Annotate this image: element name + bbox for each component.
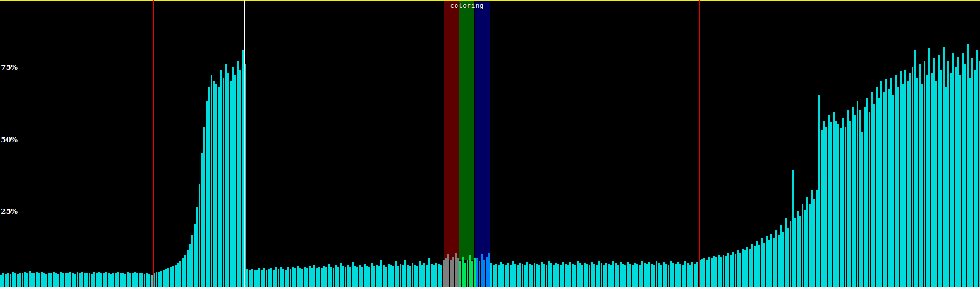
histogram-bar <box>593 264 595 287</box>
histogram-bar <box>144 274 145 287</box>
histogram-bar <box>818 95 820 287</box>
histogram-bar <box>213 81 215 287</box>
histogram-bar <box>967 44 969 287</box>
histogram-bar <box>191 235 193 287</box>
histogram-bar <box>845 127 846 287</box>
histogram-bar <box>120 273 122 287</box>
histogram-bar <box>457 258 459 287</box>
histogram-bar <box>50 273 52 287</box>
histogram-bar <box>77 272 78 287</box>
histogram-bar <box>0 275 2 287</box>
histogram-bar <box>730 255 732 287</box>
histogram-bar <box>909 73 911 287</box>
red-zone-band <box>444 1 459 260</box>
histogram-bar <box>479 261 480 287</box>
histogram-bar <box>933 58 935 287</box>
histogram-bar <box>297 266 299 287</box>
histogram-bar <box>158 272 160 287</box>
histogram-bar <box>294 268 296 287</box>
histogram-bar <box>251 269 253 287</box>
histogram-bar <box>534 263 535 287</box>
histogram-bar <box>383 265 385 287</box>
histogram-bar <box>871 92 873 287</box>
histogram-bar <box>964 64 966 287</box>
histogram-bar <box>38 273 40 287</box>
histogram-bar <box>821 130 823 287</box>
histogram-bar <box>388 264 390 287</box>
histogram-bar <box>746 247 748 287</box>
histogram-bar <box>409 266 411 287</box>
histogram-bar <box>24 272 26 287</box>
histogram-bar <box>962 53 964 287</box>
histogram-bar <box>342 266 344 287</box>
histogram-bar <box>670 261 672 287</box>
histogram-bar <box>368 267 370 287</box>
histogram-bar <box>780 225 782 287</box>
histogram-bar <box>490 263 492 287</box>
histogram-bar <box>146 273 148 287</box>
histogram-bar <box>84 273 86 287</box>
histogram-bar <box>74 274 76 287</box>
histogram-bar <box>79 273 81 287</box>
histogram-bar <box>395 261 397 287</box>
histogram-bar <box>17 274 19 287</box>
histogram-bar <box>304 267 306 287</box>
histogram-bar <box>278 269 279 287</box>
histogram-bar <box>696 262 698 287</box>
histogram-bar <box>349 267 351 287</box>
histogram-bar <box>890 78 892 287</box>
histogram-bar <box>110 274 112 287</box>
histogram-bar <box>29 271 31 287</box>
histogram-bar <box>390 265 392 287</box>
histogram-bar <box>337 267 339 287</box>
histogram-bar <box>122 273 124 287</box>
histogram-bar <box>376 265 378 287</box>
histogram-bar <box>258 268 260 287</box>
histogram-bar <box>242 50 244 287</box>
histogram-bar <box>754 246 756 287</box>
histogram-bar <box>423 263 425 287</box>
axis-label-25%: 25% <box>1 208 18 215</box>
histogram-bar <box>751 244 753 287</box>
histogram-bar <box>7 273 9 287</box>
histogram-bar <box>900 71 902 287</box>
histogram-bar <box>117 272 119 287</box>
histogram-bar <box>799 216 801 287</box>
histogram-bar <box>65 273 67 287</box>
histogram-bar <box>404 260 406 287</box>
histogram-bar <box>546 265 547 287</box>
histogram-bar <box>952 53 954 287</box>
histogram-bar <box>495 264 497 287</box>
histogram-bar <box>778 235 780 287</box>
histogram-bar <box>739 253 741 287</box>
histogram-bar <box>514 264 516 287</box>
histogram-bar <box>26 273 28 287</box>
histogram-bar <box>318 267 320 287</box>
histogram-bar <box>823 121 825 287</box>
histogram-bar <box>656 261 657 287</box>
histogram-bar <box>895 75 897 287</box>
histogram-bar <box>907 81 909 287</box>
histogram-bar <box>648 262 650 287</box>
histogram-bar <box>904 70 906 287</box>
histogram-bar <box>493 265 495 287</box>
histogram-bar <box>502 264 504 287</box>
histogram-bar <box>684 261 686 287</box>
histogram-bar <box>208 87 210 287</box>
histogram-bar <box>246 269 248 287</box>
histogram-bar <box>112 273 114 287</box>
histogram-bar <box>433 265 435 287</box>
histogram-bar <box>237 61 239 287</box>
histogram-bar <box>316 268 318 287</box>
histogram-bar <box>481 254 483 287</box>
histogram-bar <box>787 228 789 287</box>
histogram-bar <box>873 104 875 287</box>
histogram-bar <box>627 262 629 287</box>
histogram-bar <box>553 265 555 287</box>
histogram-bar <box>584 263 586 287</box>
histogram-bar <box>163 270 165 287</box>
histogram-bar <box>148 274 150 287</box>
histogram-bar <box>806 197 808 287</box>
histogram-bar <box>529 264 531 287</box>
histogram-bar <box>467 260 468 287</box>
